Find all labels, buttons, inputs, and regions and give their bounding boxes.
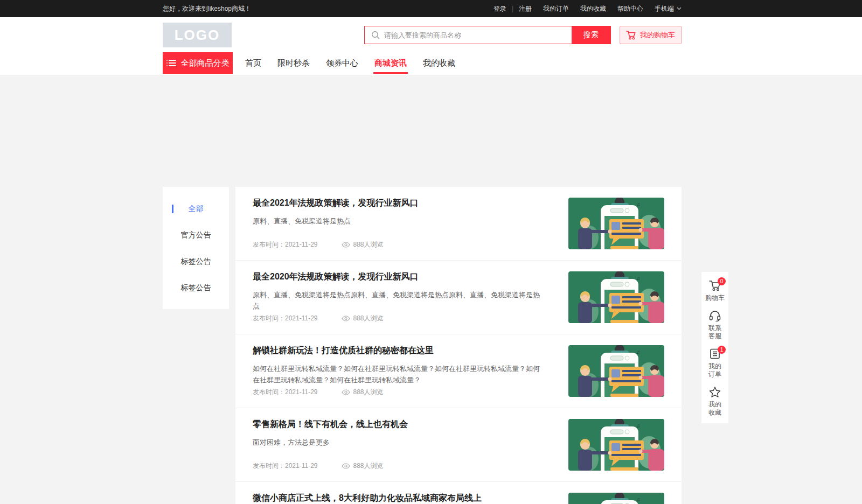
article-title[interactable]: 最全2021年法规政策解读，发现行业新风口 xyxy=(253,198,545,208)
article-row[interactable]: 最全2020年法规政策解读，发现行业新风口 原料、直播、免税渠道将是热点原料、直… xyxy=(235,261,682,334)
float-cart-label: 购物车 xyxy=(701,294,728,302)
nav-item-my-favorites[interactable]: 我的收藏 xyxy=(422,52,456,74)
publish-date: 2021-11-29 xyxy=(285,462,318,470)
float-orders-item[interactable]: 1 我的 订单 xyxy=(701,344,728,382)
my-orders-link[interactable]: 我的订单 xyxy=(543,4,569,13)
float-service-label: 联系 客服 xyxy=(701,324,728,340)
search-area: 搜索 xyxy=(364,26,611,44)
views-count: 888人浏览 xyxy=(353,388,384,397)
login-link[interactable]: 登录 xyxy=(493,4,506,13)
article-title[interactable]: 最全2020年法规政策解读，发现行业新风口 xyxy=(253,271,545,282)
article-meta: 发布时间：2021-11-29 888人浏览 xyxy=(253,314,545,323)
cart-icon xyxy=(626,30,636,40)
help-center-link[interactable]: 帮助中心 xyxy=(617,4,643,13)
nav-item-coupon-center[interactable]: 领券中心 xyxy=(325,52,359,74)
mobile-link[interactable]: 手机端 xyxy=(655,4,682,13)
star-icon xyxy=(708,386,721,398)
article-meta: 发布时间：2021-11-29 888人浏览 xyxy=(253,388,545,397)
orders-count-badge: 1 xyxy=(718,346,726,354)
article-row[interactable]: 解锁社群新玩法！打造优质社群的秘密都在这里 如何在社群里玩转私域流量？如何在社群… xyxy=(235,334,682,408)
article-thumbnail[interactable]: ♫ xyxy=(568,271,664,323)
nav-item-flash-sale[interactable]: 限时秒杀 xyxy=(276,52,311,74)
svg-text:♫: ♫ xyxy=(636,496,641,502)
logo[interactable]: LOGO xyxy=(163,23,232,47)
float-orders-label: 我的 订单 xyxy=(701,362,728,379)
float-service-item[interactable]: 联系 客服 xyxy=(701,305,728,344)
nav-item-home[interactable]: 首页 xyxy=(244,52,262,74)
header: LOGO 搜索 我的购物车 全部商品分类 xyxy=(0,17,862,75)
category-menu-icon xyxy=(166,59,176,67)
article-text: 最全2020年法规政策解读，发现行业新风口 原料、直播、免税渠道将是热点原料、直… xyxy=(253,271,568,323)
publish-date: 2021-11-29 xyxy=(285,241,318,248)
news-category-sidebar: 全部 官方公告 标签公告 标签公告 xyxy=(163,187,229,309)
article-row[interactable]: 微信小商店正式上线，8大利好助力化妆品私域商家布局线上 xyxy=(235,482,682,504)
article-text: 最全2021年法规政策解读，发现行业新风口 原料、直播、免税渠道将是热点 发布时… xyxy=(253,198,568,249)
topbar-links: 登录 | 注册 我的订单 我的收藏 帮助中心 手机端 xyxy=(493,4,682,13)
divider: | xyxy=(512,5,513,12)
main-content: 全部 官方公告 标签公告 标签公告 最全2021年法规政策解读，发现行业新风口 … xyxy=(163,187,682,504)
article-list: 最全2021年法规政策解读，发现行业新风口 原料、直播、免税渠道将是热点 发布时… xyxy=(235,187,682,504)
svg-text:♫: ♫ xyxy=(636,275,641,281)
sidebar-item-tag-notice[interactable]: 标签公告 xyxy=(163,275,229,301)
publish-date: 2021-11-29 xyxy=(285,388,318,396)
article-row[interactable]: 最全2021年法规政策解读，发现行业新风口 原料、直播、免税渠道将是热点 发布时… xyxy=(235,187,682,261)
topbar: 您好，欢迎来到likeshop商城！ 登录 | 注册 我的订单 我的收藏 帮助中… xyxy=(0,0,862,17)
my-cart-button[interactable]: 我的购物车 xyxy=(620,26,682,44)
all-categories-button[interactable]: 全部商品分类 xyxy=(163,52,233,74)
search-icon xyxy=(371,31,380,40)
register-link[interactable]: 注册 xyxy=(519,4,532,13)
article-thumbnail[interactable]: ♫ xyxy=(568,493,664,504)
article-text: 微信小商店正式上线，8大利好助力化妆品私域商家布局线上 xyxy=(253,493,568,504)
article-description: 原料、直播、免税渠道将是热点 xyxy=(253,215,545,227)
float-cart-item[interactable]: 0 购物车 xyxy=(701,275,728,305)
eye-icon xyxy=(342,242,350,248)
article-meta: 发布时间：2021-11-29 888人浏览 xyxy=(253,461,545,471)
publish-time-label: 发布时间： xyxy=(253,388,285,396)
svg-text:♫: ♫ xyxy=(636,423,641,429)
views-count: 888人浏览 xyxy=(353,314,384,323)
views-count: 888人浏览 xyxy=(353,240,384,249)
article-row[interactable]: 零售新格局！线下有机会，线上也有机会 面对困难，方法总是更多 发布时间：2021… xyxy=(235,408,682,482)
sidebar-item-official-notice[interactable]: 官方公告 xyxy=(163,222,229,248)
article-text: 零售新格局！线下有机会，线上也有机会 面对困难，方法总是更多 发布时间：2021… xyxy=(253,419,568,471)
publish-time-label: 发布时间： xyxy=(253,462,285,470)
float-favorites-item[interactable]: 我的 收藏 xyxy=(701,382,728,420)
search-input[interactable] xyxy=(365,26,572,44)
article-meta: 发布时间：2021-11-29 888人浏览 xyxy=(253,240,545,249)
article-thumbnail[interactable]: ♫ xyxy=(568,419,664,471)
sidebar-item-tag-notice[interactable]: 标签公告 xyxy=(163,248,229,275)
chevron-down-icon xyxy=(677,7,682,10)
search-button[interactable]: 搜索 xyxy=(572,26,610,44)
floating-toolbar: 0 购物车 联系 客服 1 我的 订单 我的 收藏 xyxy=(701,272,728,423)
headset-icon xyxy=(708,310,721,321)
eye-icon xyxy=(342,463,350,469)
eye-icon xyxy=(342,316,350,321)
sidebar-item-all[interactable]: 全部 xyxy=(163,195,229,222)
cart-count-badge: 0 xyxy=(718,277,726,285)
nav-items: 首页 限时秒杀 领券中心 商城资讯 我的收藏 xyxy=(244,52,456,74)
eye-icon xyxy=(342,389,350,395)
svg-text:♫: ♫ xyxy=(636,201,641,207)
publish-time-label: 发布时间： xyxy=(253,314,285,322)
article-title[interactable]: 微信小商店正式上线，8大利好助力化妆品私域商家布局线上 xyxy=(253,493,545,503)
publish-time-label: 发布时间： xyxy=(253,241,285,248)
publish-date: 2021-11-29 xyxy=(285,314,318,322)
nav-item-mall-news[interactable]: 商城资讯 xyxy=(373,52,408,74)
article-description: 原料、直播、免税渠道将是热点原料、直播、免税渠道将是热点原料、直播、免税渠道将是… xyxy=(253,289,545,312)
article-description: 面对困难，方法总是更多 xyxy=(253,437,545,448)
article-thumbnail[interactable]: ♫ xyxy=(568,198,664,249)
article-title[interactable]: 零售新格局！线下有机会，线上也有机会 xyxy=(253,419,545,430)
article-thumbnail[interactable]: ♫ xyxy=(568,345,664,397)
svg-text:♫: ♫ xyxy=(636,349,641,355)
article-description: 如何在社群里玩转私域流量？如何在社群里玩转私域流量？如何在社群里玩转私域流量？如… xyxy=(253,363,545,386)
my-favorites-link[interactable]: 我的收藏 xyxy=(580,4,606,13)
article-title[interactable]: 解锁社群新玩法！打造优质社群的秘密都在这里 xyxy=(253,345,545,356)
welcome-text: 您好，欢迎来到likeshop商城！ xyxy=(163,4,251,13)
main-nav: 全部商品分类 首页 限时秒杀 领券中心 商城资讯 我的收藏 xyxy=(163,52,682,74)
float-favorites-label: 我的 收藏 xyxy=(701,401,728,417)
views-count: 888人浏览 xyxy=(353,461,384,471)
search-box: 搜索 xyxy=(364,26,611,44)
article-text: 解锁社群新玩法！打造优质社群的秘密都在这里 如何在社群里玩转私域流量？如何在社群… xyxy=(253,345,568,397)
